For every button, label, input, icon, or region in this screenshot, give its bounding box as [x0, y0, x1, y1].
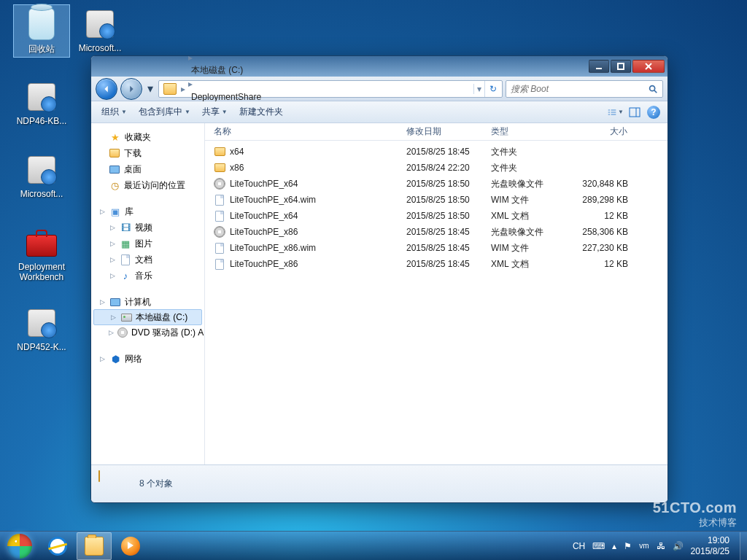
breadcrumb-item[interactable]: 本地磁盘 (C:): [187, 63, 266, 79]
desktop-icon-ndp452[interactable]: NDP452-K...: [13, 303, 70, 354]
new-folder-button[interactable]: 新建文件夹: [235, 104, 287, 120]
nav-history-dropdown[interactable]: ▾: [145, 82, 155, 96]
desktop-icon-dw[interactable]: Deployment Workbench: [13, 223, 70, 284]
file-row[interactable]: LiteTouchPE_x64.wim2015/8/25 18:50WIM 文件…: [205, 192, 667, 208]
sidebar-dvd[interactable]: ▷DVD 驱动器 (D:) AD: [91, 324, 204, 341]
organize-button[interactable]: 组织 ▼: [97, 104, 131, 120]
sidebar-desktop[interactable]: 桌面: [91, 161, 204, 177]
file-row[interactable]: x642015/8/25 18:45文件夹: [205, 144, 667, 160]
file-size: 12 KB: [570, 211, 634, 221]
ie-icon: [46, 534, 69, 558]
tray-up-icon[interactable]: ▴: [612, 541, 616, 551]
file-type: WIM 文件: [485, 194, 570, 206]
command-bar: 组织 ▼ 包含到库中 ▼ 共享 ▼ 新建文件夹 ▼ ?: [91, 101, 667, 123]
ms1-icon: [82, 7, 117, 42]
taskbar-wmp[interactable]: [113, 532, 148, 560]
network-icon: ⬢: [109, 353, 121, 365]
file-row[interactable]: x862015/8/24 22:20文件夹: [205, 160, 667, 176]
tray-network-icon[interactable]: 🖧: [657, 541, 665, 551]
file-row[interactable]: LiteTouchPE_x86.wim2015/8/25 18:45WIM 文件…: [205, 240, 667, 256]
file-name: LiteTouchPE_x64: [230, 179, 298, 189]
sidebar-network[interactable]: ▷⬢网络: [91, 351, 204, 367]
desktop-icon-recycle[interactable]: 回收站: [13, 4, 70, 58]
file-type: XML 文档: [485, 210, 570, 222]
sidebar-pictures[interactable]: ▷▦图片: [91, 236, 204, 252]
maximize-button[interactable]: [611, 60, 631, 73]
tray-vm-icon[interactable]: vm: [639, 542, 649, 550]
taskbar-ie[interactable]: [40, 532, 75, 560]
sidebar-libraries[interactable]: ▷▣库: [91, 203, 204, 219]
taskbar-explorer[interactable]: [77, 532, 112, 560]
file-name: LiteTouchPE_x64.wim: [230, 195, 316, 205]
desktop-icon-ndp46[interactable]: NDP46-KB...: [13, 77, 70, 128]
col-date[interactable]: 修改日期: [400, 123, 485, 140]
window-body: ★收藏夹 下载 桌面 ◷最近访问的位置 ▷▣库 ▷🎞视频 ▷▦图片 ▷文档 ▷♪…: [91, 123, 667, 464]
close-button[interactable]: [632, 60, 665, 73]
show-desktop-button[interactable]: [740, 532, 747, 560]
help-button[interactable]: ?: [646, 104, 662, 120]
ime-indicator[interactable]: CH: [573, 541, 585, 551]
desktop-icon-ms1[interactable]: Microsoft...: [71, 4, 128, 55]
folder-icon: [109, 147, 120, 159]
desktop-icon-label: Microsoft...: [20, 189, 63, 199]
share-button[interactable]: 共享 ▼: [198, 104, 232, 120]
sidebar-music[interactable]: ▷♪音乐: [91, 268, 204, 284]
sidebar-downloads[interactable]: 下载: [91, 145, 204, 161]
nav-forward-button[interactable]: [120, 78, 142, 100]
tray-keyboard-icon[interactable]: ⌨: [592, 541, 605, 551]
explorer-window: ▾ ▸ 计算机▸本地磁盘 (C:)▸DeploymentShare▸Boot▸ …: [90, 55, 668, 503]
column-headers: 名称 修改日期 类型 大小: [205, 123, 667, 141]
view-options-button[interactable]: ▼: [608, 104, 624, 120]
nav-back-button[interactable]: [96, 78, 117, 100]
minimize-button[interactable]: [589, 60, 609, 73]
sidebar-favorites[interactable]: ★收藏夹: [91, 129, 204, 145]
file-type: WIM 文件: [485, 242, 570, 254]
file-name: LiteTouchPE_x86.wim: [230, 243, 316, 253]
breadcrumb-caret[interactable]: ▸: [187, 79, 194, 89]
sidebar-documents[interactable]: ▷文档: [91, 252, 204, 268]
breadcrumb-caret[interactable]: ▸: [187, 55, 194, 63]
file-row[interactable]: LiteTouchPE_x862015/8/25 18:45XML 文档12 K…: [205, 256, 667, 272]
search-input[interactable]: [511, 84, 648, 94]
file-icon: [214, 242, 225, 254]
include-library-button[interactable]: 包含到库中 ▼: [134, 104, 195, 120]
file-date: 2015/8/25 18:45: [400, 243, 485, 253]
tray-flag-icon[interactable]: ⚑: [624, 541, 632, 551]
explorer-icon: [85, 537, 104, 556]
document-icon: [120, 254, 131, 265]
taskbar: CH ⌨ ▴ ⚑ vm 🖧 🔊 19:00 2015/8/25: [0, 531, 747, 560]
sidebar-recent[interactable]: ◷最近访问的位置: [91, 177, 204, 193]
file-icon: [214, 210, 225, 222]
titlebar[interactable]: [91, 56, 667, 77]
col-type[interactable]: 类型: [485, 123, 570, 140]
refresh-button[interactable]: ↻: [484, 81, 500, 97]
file-date: 2015/8/24 22:20: [400, 163, 485, 173]
windows-orb-icon: [7, 534, 32, 559]
col-name[interactable]: 名称: [208, 123, 400, 140]
file-row[interactable]: LiteTouchPE_x642015/8/25 18:50XML 文档12 K…: [205, 208, 667, 224]
nav-pane: ★收藏夹 下载 桌面 ◷最近访问的位置 ▷▣库 ▷🎞视频 ▷▦图片 ▷文档 ▷♪…: [91, 123, 205, 464]
preview-pane-button[interactable]: [627, 104, 643, 120]
address-dropdown[interactable]: ▾: [473, 84, 484, 94]
desktop-icon-label: Microsoft...: [79, 43, 122, 53]
sidebar-videos[interactable]: ▷🎞视频: [91, 219, 204, 236]
status-text: 8 个对象: [139, 478, 173, 490]
col-size[interactable]: 大小: [570, 123, 634, 140]
wmp-icon: [121, 537, 140, 556]
sidebar-drive-c[interactable]: ▷本地磁盘 (C:): [93, 309, 202, 325]
start-button[interactable]: [0, 532, 39, 561]
file-name: LiteTouchPE_x86: [230, 227, 298, 237]
file-date: 2015/8/25 18:50: [400, 211, 485, 221]
ndp46-icon: [24, 79, 59, 114]
file-date: 2015/8/25 18:45: [400, 147, 485, 157]
tray-clock[interactable]: 19:00 2015/8/25: [691, 535, 729, 556]
file-row[interactable]: LiteTouchPE_x642015/8/25 18:50光盘映像文件320,…: [205, 176, 667, 192]
address-bar[interactable]: ▸ 计算机▸本地磁盘 (C:)▸DeploymentShare▸Boot▸ ▾ …: [158, 80, 503, 98]
tray-volume-icon[interactable]: 🔊: [673, 541, 684, 551]
file-row[interactable]: LiteTouchPE_x862015/8/25 18:45光盘映像文件258,…: [205, 224, 667, 240]
desktop-icon-ms2[interactable]: Microsoft...: [13, 150, 70, 201]
search-box[interactable]: [506, 80, 663, 98]
desktop-icon-label: NDP46-KB...: [17, 116, 67, 126]
breadcrumb-caret[interactable]: ▸: [179, 84, 187, 94]
sidebar-computer[interactable]: ▷计算机: [91, 294, 204, 310]
